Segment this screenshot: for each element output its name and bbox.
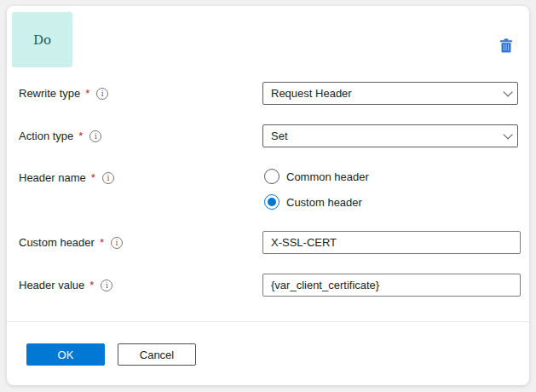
action-type-label: Action type* i	[19, 130, 101, 142]
chevron-down-icon	[503, 130, 512, 139]
common-header-radio[interactable]: Common header	[264, 169, 369, 184]
required-asterisk: *	[78, 130, 83, 142]
do-badge: Do	[12, 12, 72, 67]
info-icon[interactable]: i	[96, 88, 108, 100]
radio-selected-icon	[264, 194, 280, 210]
header-value-label: Header value* i	[19, 279, 112, 291]
required-asterisk: *	[91, 171, 95, 184]
custom-header-label: Custom header* i	[19, 236, 123, 249]
info-icon[interactable]: i	[111, 237, 123, 249]
header-value-input[interactable]	[262, 274, 521, 297]
rewrite-type-label: Rewrite type* i	[19, 87, 108, 100]
action-type-dropdown[interactable]: Set	[262, 124, 518, 147]
rewrite-type-dropdown[interactable]: Request Header	[262, 82, 518, 105]
action-type-selected-value: Set	[271, 130, 288, 142]
ok-button[interactable]: OK	[26, 343, 105, 366]
rewrite-action-card: Do Rewrite type* i Request Header Action…	[7, 6, 529, 385]
header-name-label: Header name* i	[19, 171, 114, 184]
radio-unselected-icon	[264, 169, 280, 184]
footer-divider	[7, 321, 529, 322]
common-header-radio-label: Common header	[286, 170, 369, 183]
trash-icon	[499, 38, 513, 53]
rewrite-type-selected-value: Request Header	[271, 87, 352, 100]
required-asterisk: *	[85, 87, 89, 100]
cancel-button[interactable]: Cancel	[118, 343, 196, 366]
required-asterisk: *	[100, 236, 104, 249]
info-icon[interactable]: i	[89, 130, 101, 142]
info-icon[interactable]: i	[101, 280, 112, 291]
custom-header-input[interactable]	[262, 231, 521, 254]
required-asterisk: *	[89, 279, 94, 291]
info-icon[interactable]: i	[102, 172, 114, 184]
custom-header-radio[interactable]: Custom header	[264, 194, 362, 210]
delete-action-button[interactable]	[496, 35, 516, 55]
chevron-down-icon	[503, 87, 512, 96]
custom-header-radio-label: Custom header	[286, 196, 362, 209]
